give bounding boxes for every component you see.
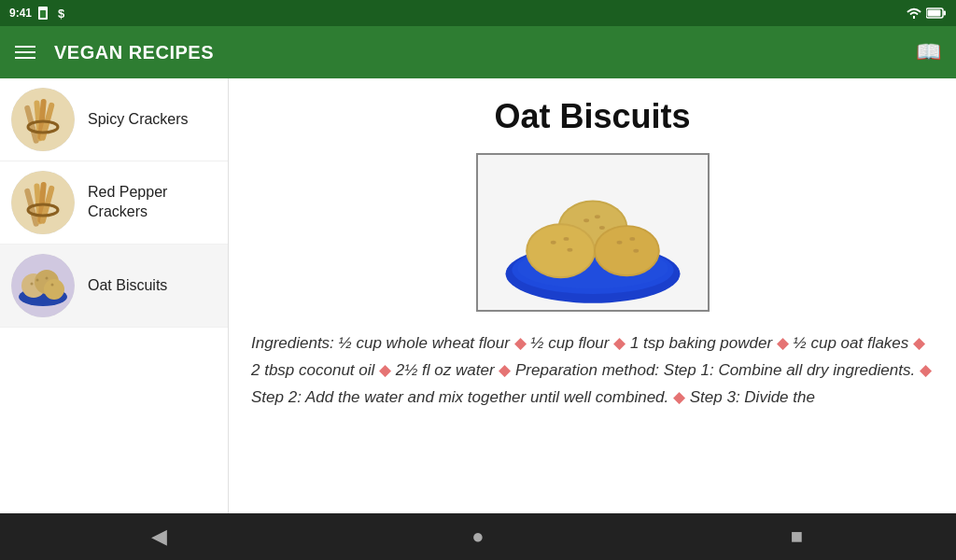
- recipe-title: Oat Biscuits: [251, 97, 934, 136]
- svg-rect-5: [944, 11, 947, 16]
- svg-point-23: [44, 279, 64, 300]
- sidebar-label-red-pepper-crackers: Red Pepper Crackers: [88, 183, 217, 222]
- svg-point-25: [36, 279, 39, 282]
- app-bar: VEGAN RECIPES 📖: [0, 26, 956, 78]
- ingredient-5: 2 tbsp coconut oil: [251, 361, 379, 379]
- ingredient-3: 1 tsp baking powder: [626, 334, 777, 352]
- sidebar-thumb-spicy-crackers: [11, 88, 75, 151]
- sidebar: Spicy Crackers Red Pepper Crackers: [0, 78, 229, 513]
- battery-icon: [926, 7, 947, 19]
- recipe-image: [476, 153, 710, 312]
- status-bar: 9:41 $: [0, 0, 956, 26]
- svg-point-44: [616, 241, 622, 245]
- svg-rect-2: [40, 7, 44, 9]
- sidebar-thumb-red-pepper-crackers: [11, 171, 75, 234]
- diamond-6: ◆: [499, 361, 511, 379]
- ingredient-2: ½ cup flour: [527, 334, 614, 352]
- hamburger-menu[interactable]: [15, 46, 35, 59]
- sidebar-item-spicy-crackers[interactable]: Spicy Crackers: [0, 78, 228, 161]
- status-right: [906, 7, 947, 20]
- sidebar-item-red-pepper-crackers[interactable]: Red Pepper Crackers: [0, 161, 228, 245]
- back-button[interactable]: ◀: [132, 518, 188, 555]
- wifi-icon: [906, 7, 922, 20]
- diamond-7: ◆: [920, 361, 932, 379]
- sidebar-item-oat-biscuits[interactable]: Oat Biscuits: [0, 245, 228, 328]
- diamond-2: ◆: [613, 334, 626, 352]
- svg-point-34: [583, 218, 589, 222]
- status-left: 9:41 $: [9, 7, 69, 20]
- svg-text:$: $: [58, 7, 65, 20]
- diamond-8: ◆: [673, 388, 685, 406]
- detail-pane: Oat Biscuits: [229, 78, 956, 513]
- dollar-icon: $: [58, 7, 69, 20]
- diamond-4: ◆: [913, 334, 925, 352]
- sim-icon: [37, 7, 52, 20]
- recents-button[interactable]: ■: [768, 518, 824, 555]
- step-3: Step 3: Divide the: [685, 388, 815, 406]
- prep-label: Preparation method: Step 1: Combine all …: [511, 361, 920, 379]
- svg-point-35: [594, 215, 599, 218]
- svg-point-26: [46, 277, 49, 280]
- nav-bar: ◀ ● ■: [0, 513, 956, 560]
- diamond-5: ◆: [379, 361, 391, 379]
- status-time: 9:41: [9, 7, 32, 20]
- step-2: Step 2: Add the water and mix together u…: [251, 388, 673, 406]
- svg-point-43: [595, 227, 657, 274]
- svg-point-39: [550, 241, 555, 245]
- home-button[interactable]: ●: [450, 518, 506, 555]
- svg-point-27: [51, 284, 54, 287]
- svg-point-45: [629, 237, 635, 241]
- svg-point-36: [598, 226, 604, 230]
- ingredient-4: ½ cup oat flakes: [789, 334, 913, 352]
- svg-rect-6: [928, 10, 941, 17]
- sidebar-thumb-oat-biscuits: [11, 254, 75, 317]
- svg-rect-1: [40, 10, 46, 18]
- svg-point-46: [633, 249, 639, 253]
- diamond-3: ◆: [777, 334, 789, 352]
- recipe-image-container: [251, 153, 934, 312]
- svg-point-38: [527, 225, 594, 276]
- ingredient-6: 2½ fl oz water: [391, 361, 499, 379]
- sidebar-label-oat-biscuits: Oat Biscuits: [88, 276, 167, 296]
- main-content: Spicy Crackers Red Pepper Crackers: [0, 78, 956, 513]
- svg-point-40: [563, 237, 569, 241]
- diamond-1: ◆: [514, 334, 527, 352]
- app-title: VEGAN RECIPES: [54, 42, 897, 63]
- sidebar-label-spicy-crackers: Spicy Crackers: [88, 110, 189, 130]
- ingredients-label: Ingredients: ½ cup whole wheat flour: [251, 334, 514, 352]
- svg-point-24: [31, 283, 34, 286]
- bookmark-icon[interactable]: 📖: [916, 40, 941, 64]
- svg-point-41: [567, 248, 572, 252]
- recipe-description: Ingredients: ½ cup whole wheat flour ◆ ½…: [251, 330, 934, 412]
